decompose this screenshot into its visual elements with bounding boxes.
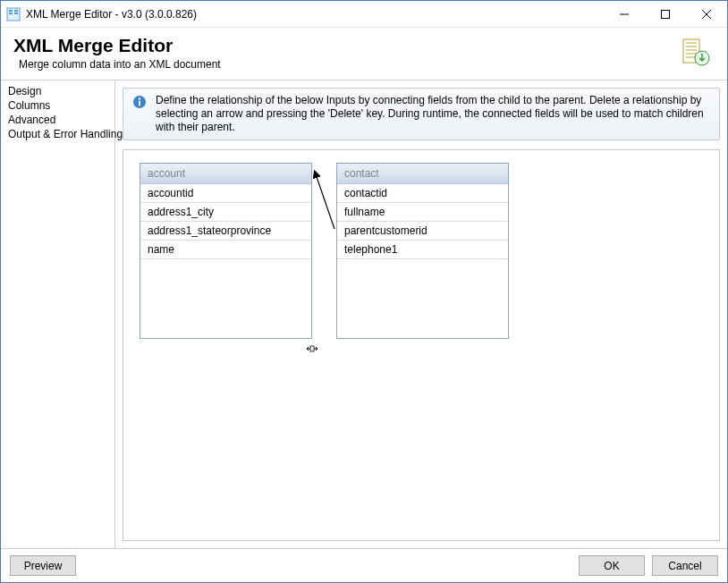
page-header: XML Merge Editor Merge column data into … [1, 28, 727, 80]
field-list: accountid address1_city address1_stateor… [140, 184, 311, 259]
field-item[interactable]: name [140, 241, 311, 259]
info-text: Define the relationship of the below Inp… [156, 94, 710, 134]
resize-handle-icon[interactable] [306, 343, 318, 352]
footer: Preview OK Cancel [1, 548, 727, 582]
app-window: XML Merge Editor - v3.0 (3.0.0.826) XML … [0, 0, 728, 583]
field-item[interactable]: address1_city [140, 203, 311, 222]
entity-account[interactable]: account accountid address1_city address1… [140, 163, 312, 339]
svg-rect-4 [14, 13, 18, 14]
design-canvas[interactable]: account accountid address1_city address1… [123, 149, 720, 541]
cancel-button[interactable]: Cancel [652, 555, 718, 576]
titlebar: XML Merge Editor - v3.0 (3.0.0.826) [1, 1, 727, 28]
svg-rect-2 [9, 13, 13, 14]
merge-icon [682, 38, 711, 67]
minimize-button[interactable] [604, 1, 645, 28]
sidebar-item-output-error[interactable]: Output & Error Handling [3, 127, 114, 141]
page-title: XML Merge Editor [13, 35, 682, 56]
entity-header[interactable]: account [140, 164, 311, 184]
field-list: contactid fullname parentcustomerid tele… [337, 184, 508, 259]
relationship-arrow [311, 166, 338, 232]
field-item[interactable]: address1_stateorprovince [140, 222, 311, 241]
entity-header[interactable]: contact [337, 164, 508, 184]
entity-contact[interactable]: contact contactid fullname parentcustome… [336, 163, 509, 339]
main-panel: Define the relationship of the below Inp… [115, 80, 727, 548]
svg-rect-3 [14, 10, 18, 12]
field-item[interactable]: telephone1 [337, 241, 508, 259]
field-item[interactable]: parentcustomerid [337, 222, 508, 241]
svg-rect-6 [662, 10, 670, 18]
svg-point-17 [139, 97, 140, 99]
field-item[interactable]: fullname [337, 203, 508, 222]
sidebar-item-columns[interactable]: Columns [3, 98, 114, 113]
close-button[interactable] [686, 1, 727, 28]
window-title: XML Merge Editor - v3.0 (3.0.0.826) [26, 8, 197, 21]
svg-rect-18 [139, 101, 140, 106]
page-subtitle: Merge column data into an XML document [19, 58, 682, 71]
ok-button[interactable]: OK [579, 555, 645, 576]
preview-button[interactable]: Preview [10, 555, 76, 576]
sidebar-item-design[interactable]: Design [3, 84, 114, 98]
maximize-button[interactable] [645, 1, 686, 28]
app-icon [6, 7, 21, 21]
svg-rect-20 [310, 346, 314, 351]
svg-rect-1 [9, 10, 13, 12]
info-banner: Define the relationship of the below Inp… [123, 88, 720, 140]
sidebar-item-advanced[interactable]: Advanced [3, 113, 114, 127]
body: Design Columns Advanced Output & Error H… [1, 80, 727, 548]
field-item[interactable]: contactid [337, 184, 508, 203]
sidebar: Design Columns Advanced Output & Error H… [1, 80, 115, 548]
info-icon [132, 95, 147, 109]
field-item[interactable]: accountid [140, 184, 311, 203]
svg-line-19 [315, 172, 334, 229]
